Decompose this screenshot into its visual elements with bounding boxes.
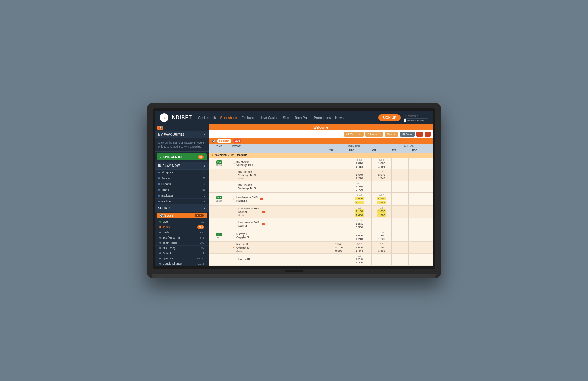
draw-text: Draw	[238, 177, 256, 180]
1x2-away[interactable]: 9.800	[335, 249, 342, 252]
hdp-away[interactable]: 3.730	[356, 188, 363, 191]
live-center-button[interactable]: ● LIVE CENTER 57	[157, 153, 207, 160]
nav-sportsbook[interactable]: Sportsbook	[220, 116, 237, 119]
sport-item-soccer[interactable]: Soccer 20	[155, 175, 209, 181]
in-play-label: IN-PLAY NOW	[158, 164, 180, 168]
half-label: 1ST HALF	[386, 144, 433, 148]
ou-over[interactable]: 2.680	[378, 162, 385, 165]
ou-over-hl[interactable]: 2.870	[377, 209, 386, 213]
nav-exchange[interactable]: Exchange	[242, 116, 257, 119]
nav-promotions[interactable]: Promotions	[314, 116, 331, 119]
sport-item-tennis[interactable]: Tennis 35	[155, 187, 209, 193]
hdp-away-hl[interactable]: 1.181	[355, 201, 364, 204]
sub-mixparlay[interactable]: Mix Parlay 997	[155, 246, 209, 251]
nav-livecasino[interactable]: Live Casino	[261, 116, 278, 119]
sport-name-allsports: All Sports	[158, 171, 173, 174]
username-input[interactable]	[404, 114, 428, 119]
sport-item-allsports[interactable]: All Sports 75	[155, 170, 209, 175]
hdp-away[interactable]: 1.418	[356, 165, 363, 168]
1x2-home[interactable]: 1.046	[335, 243, 342, 246]
hdp-home[interactable]: 1.255	[356, 185, 363, 188]
match-star-icon[interactable]: ☆	[232, 198, 235, 201]
hdp-away[interactable]: 1.218	[356, 237, 363, 240]
in-play-header[interactable]: IN-PLAY NOW ▲	[155, 162, 209, 170]
hdp-home-hl[interactable]: 4.450	[355, 197, 364, 200]
sort-button[interactable]: Sort ▼	[385, 132, 398, 137]
hdp-cell-2b: 0.0 2.150 1.680	[347, 206, 372, 218]
ou-under[interactable]: 1.413	[378, 249, 385, 252]
sport-item-hockey[interactable]: Hockey 15	[155, 199, 209, 205]
nav-news[interactable]: News	[335, 116, 344, 119]
match-star-icon[interactable]: ★	[232, 246, 235, 249]
hdp-home[interactable]: 2.810	[356, 162, 363, 165]
half-1x2-3b	[392, 242, 409, 253]
remember-checkbox[interactable]	[404, 119, 406, 122]
fulltime-cols: 1X2 HDP OU	[323, 148, 386, 153]
sub-teamtotals[interactable]: Team Totals 380	[155, 240, 209, 246]
hdp-home[interactable]: 2.650	[356, 246, 363, 249]
my-favourites-header[interactable]: MY FAVOURITES ▲	[155, 131, 209, 138]
welcome-banner: Welcome	[209, 124, 433, 130]
ou-over[interactable]: 2.070	[378, 173, 385, 176]
home-team: BK Hacken	[238, 170, 256, 173]
ou-over[interactable]: 2.740	[378, 246, 385, 249]
sub-outright[interactable]: Outright 11	[155, 251, 209, 256]
signup-button[interactable]: SIGN UP	[378, 114, 401, 121]
soccer-nav-item[interactable]: ⚽ Soccer 1030	[157, 213, 207, 218]
half-1x2-1b	[392, 169, 409, 181]
nav-teenpatti[interactable]: Teen Patti	[295, 116, 310, 119]
welcome-text: Welcome	[313, 126, 328, 129]
sports-header[interactable]: SPORTS ▲	[155, 205, 209, 212]
hdp-away[interactable]: 1.444	[356, 249, 363, 252]
ou-under[interactable]: 1.220	[378, 237, 385, 240]
away-team: Varbergs BoIS	[238, 174, 256, 177]
hdp-away[interactable]: 2.360	[356, 261, 363, 264]
hdp-away[interactable]: 2.220	[356, 177, 363, 180]
dot-specials	[159, 258, 161, 259]
sub-today[interactable]: Today 225	[155, 224, 209, 230]
nav-cricketbook[interactable]: Cricketbook	[198, 116, 216, 119]
match-star-icon[interactable]: ☆	[232, 162, 235, 165]
league-star-icon[interactable]: ★	[211, 154, 213, 157]
sub-live[interactable]: Live 20	[155, 219, 209, 224]
ou-over[interactable]: 3.890	[378, 234, 385, 237]
sport-item-esports[interactable]: Esports 3	[155, 181, 209, 187]
event-cell-2a: ☆ Landskrona BoIS Kalmar FF	[230, 193, 330, 205]
sub-doublechance[interactable]: Double Chance 1036	[155, 261, 209, 266]
ou-line: 3.5	[380, 243, 383, 246]
event-names: Norrby IF Orgryte IS	[236, 232, 249, 239]
ou-under[interactable]: 1.456	[378, 165, 385, 168]
hdp-home[interactable]: 1.271	[356, 222, 363, 225]
sport-tag: SOCCER	[217, 139, 231, 143]
nav-slots[interactable]: Slots	[283, 116, 290, 119]
hdp-home[interactable]: 1.286	[356, 258, 363, 261]
ou-under-hl[interactable]: 1.390	[377, 213, 386, 217]
event-cell-1c: BK Hacken Varbergs BoIS	[230, 181, 330, 192]
collapse-button[interactable]: -	[425, 132, 431, 137]
dot-1x2	[159, 237, 161, 239]
expand-button[interactable]: +	[417, 132, 423, 137]
hdp-away-hl[interactable]: 1.680	[355, 213, 364, 217]
sub-specials[interactable]: Specials 20438	[155, 256, 209, 261]
header-right: SIGN UP Remember Me	[378, 114, 428, 122]
ou-under-hl[interactable]: 1.209	[377, 201, 386, 204]
sub-early[interactable]: Early 794	[155, 230, 209, 235]
match-star-icon[interactable]: ☆	[232, 234, 235, 237]
hdp-home[interactable]: 1.649	[356, 173, 363, 176]
1x2-draw[interactable]: 75.130	[334, 246, 343, 249]
hdp-line: 0-0.5	[356, 159, 362, 161]
sport-name-hockey: Hockey	[158, 200, 171, 203]
sub-1x2[interactable]: 1x2 (HT & FT) 875	[155, 235, 209, 240]
sport-item-basketball[interactable]: Basketball 2	[155, 193, 209, 199]
elapsed-3: 2H37'	[216, 236, 222, 239]
event-cell-3a: ☆ Norrby IF Orgryte IS	[230, 230, 330, 241]
hdp-away[interactable]: 3.530	[356, 226, 363, 229]
ou-over-hl[interactable]: 4.100	[377, 197, 386, 200]
ou-under[interactable]: 1.746	[378, 177, 385, 180]
lines-button[interactable]: 3 Lines ▼	[365, 132, 383, 137]
event-names: BK Hacken Varbergs BoIS Draw	[238, 170, 256, 180]
view-button[interactable]: ▦ View	[400, 132, 414, 137]
all-times-button[interactable]: All Times ▼	[344, 132, 364, 137]
hdp-home[interactable]: 3.900	[356, 234, 363, 237]
hdp-home-hl[interactable]: 2.150	[355, 209, 364, 213]
